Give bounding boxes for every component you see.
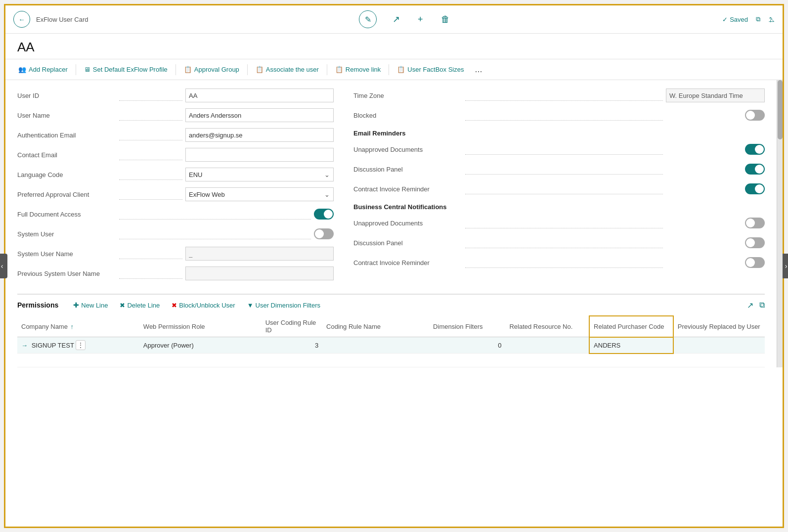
language-code-dots <box>119 179 182 180</box>
table-row[interactable]: → SIGNUP TEST ⋮ Approver (Power) 3 <box>17 337 765 354</box>
permissions-toolbar: Permissions ✚ New Line ✖ Delete Line ✖ B… <box>17 295 765 315</box>
associate-user-button[interactable]: 📋 Associate the user <box>251 63 324 76</box>
blocked-dots <box>465 120 663 121</box>
scrollbar-thumb[interactable] <box>778 80 783 139</box>
header-right: ✓ Saved ⧉ ⦩ <box>722 15 775 23</box>
email-discussion-toggle[interactable] <box>745 164 765 175</box>
page-title: AA <box>17 40 771 55</box>
remove-link-label: Remove link <box>346 66 381 73</box>
dimension-filters-button[interactable]: ▼ User Dimension Filters <box>242 299 325 311</box>
system-user-name-input[interactable] <box>185 247 334 261</box>
timezone-label: Time Zone <box>353 92 462 99</box>
block-unblock-button[interactable]: ✖ Block/Unblock User <box>167 299 240 311</box>
user-factbox-button[interactable]: 📋 User FactBox Sizes <box>392 63 469 76</box>
row-menu-button[interactable]: ⋮ <box>76 340 86 350</box>
add-replacer-button[interactable]: 👥 Add Replacer <box>13 63 73 76</box>
permissions-expand-icon[interactable]: ⧉ <box>759 301 765 310</box>
preferred-client-select[interactable]: ExFlow Web <box>185 187 334 201</box>
page-title-area: AA <box>5 34 783 59</box>
prev-system-user-label: Previous System User Name <box>17 270 116 277</box>
main-content: User ID User Name <box>5 80 777 367</box>
block-label: Block/Unblock User <box>179 302 235 309</box>
col-web-role: Web Permission Role <box>139 316 262 337</box>
permissions-section: Permissions ✚ New Line ✖ Delete Line ✖ B… <box>17 294 765 367</box>
new-line-button[interactable]: ✚ New Line <box>68 299 113 311</box>
cell-user-coding: 3 <box>262 337 322 354</box>
col-user-coding: User Coding Rule ID <box>262 316 322 337</box>
email-contract-dots <box>465 194 663 194</box>
action-toolbar: 👥 Add Replacer 🖥 Set Default ExFlow Prof… <box>5 59 783 80</box>
bc-discussion-toggle[interactable] <box>745 237 765 248</box>
set-default-button[interactable]: 🖥 Set Default ExFlow Profile <box>79 63 173 76</box>
full-document-access-toggle[interactable] <box>314 209 334 220</box>
back-button[interactable]: ← <box>13 11 30 28</box>
nav-left-arrow[interactable]: ‹ <box>0 254 7 278</box>
permissions-share-icon[interactable]: ↗ <box>747 301 753 310</box>
bc-contract-toggle-wrapper <box>666 257 765 268</box>
email-unapproved-knob <box>755 145 764 154</box>
bc-discussion-row: Discussion Panel <box>353 235 765 250</box>
language-code-select-wrapper: ENU ⌄ <box>185 168 334 181</box>
blocked-label: Blocked <box>353 112 462 119</box>
delete-line-label: Delete Line <box>127 302 160 309</box>
email-contract-toggle[interactable] <box>745 183 765 194</box>
add-button[interactable]: + <box>416 10 425 28</box>
bc-unapproved-row: Unapproved Documents <box>353 216 765 230</box>
email-contract-knob <box>755 184 764 193</box>
scrollbar-track[interactable] <box>777 80 783 367</box>
plus-icon: + <box>418 14 423 25</box>
toolbar-separator-1 <box>76 64 76 75</box>
permissions-header-row: Company Name ↑ Web Permission Role User … <box>17 316 765 337</box>
cell-dimension: 0 <box>429 337 505 354</box>
delete-button[interactable]: 🗑 <box>439 10 452 28</box>
system-user-toggle[interactable] <box>314 228 334 239</box>
bc-contract-toggle[interactable] <box>745 257 765 268</box>
window-expand-button[interactable]: ⧉ <box>756 15 760 23</box>
associate-icon: 📋 <box>256 66 263 73</box>
prev-system-user-input[interactable] <box>185 266 334 280</box>
empty-cell <box>589 354 673 367</box>
share-button[interactable]: ↗ <box>391 10 402 28</box>
user-factbox-label: User FactBox Sizes <box>407 66 464 73</box>
blocked-row: Blocked <box>353 108 765 123</box>
approval-group-label: Approval Group <box>194 66 239 73</box>
user-id-dots <box>119 100 182 101</box>
delete-line-button[interactable]: ✖ Delete Line <box>115 299 165 311</box>
email-unapproved-toggle-wrapper <box>666 144 765 155</box>
fullscreen-button[interactable]: ⦩ <box>768 16 775 23</box>
email-discussion-knob <box>755 165 764 174</box>
empty-cell <box>262 354 322 367</box>
col-purchaser: Related Purchaser Code <box>589 316 673 337</box>
language-code-select[interactable]: ENU <box>185 168 334 181</box>
more-actions-button[interactable]: ... <box>471 62 486 77</box>
auth-email-input[interactable] <box>185 128 334 142</box>
content-area: User ID User Name <box>5 80 783 367</box>
remove-link-button[interactable]: 📋 Remove link <box>330 63 386 76</box>
form-left: User ID User Name <box>17 88 334 286</box>
permissions-table-head: Company Name ↑ Web Permission Role User … <box>17 316 765 337</box>
email-unapproved-toggle[interactable] <box>745 144 765 155</box>
cell-purchaser: ANDERS <box>589 337 673 354</box>
saved-text: Saved <box>730 16 748 23</box>
user-name-input[interactable] <box>185 108 334 122</box>
edit-button[interactable]: ✎ <box>359 10 377 28</box>
new-line-icon: ✚ <box>73 301 79 309</box>
approval-group-button[interactable]: 📋 Approval Group <box>179 63 244 76</box>
block-icon: ✖ <box>172 302 177 309</box>
timezone-input[interactable] <box>666 89 765 102</box>
toolbar-separator-4 <box>327 64 327 75</box>
empty-cell <box>17 354 139 367</box>
cell-web-role: Approver (Power) <box>139 337 262 354</box>
contact-email-input[interactable] <box>185 148 334 162</box>
bc-unapproved-label: Unapproved Documents <box>353 220 462 227</box>
cell-prev-user <box>673 337 765 354</box>
bc-discussion-label: Discussion Panel <box>353 239 462 247</box>
user-id-input[interactable] <box>185 89 334 102</box>
toolbar-separator-5 <box>389 64 389 75</box>
system-user-name-row: System User Name <box>17 246 334 261</box>
dimension-label: User Dimension Filters <box>256 302 320 309</box>
bc-unapproved-toggle[interactable] <box>745 218 765 228</box>
timezone-row: Time Zone <box>353 88 765 103</box>
blocked-toggle[interactable] <box>745 110 765 121</box>
permissions-table-body: → SIGNUP TEST ⋮ Approver (Power) 3 <box>17 337 765 367</box>
